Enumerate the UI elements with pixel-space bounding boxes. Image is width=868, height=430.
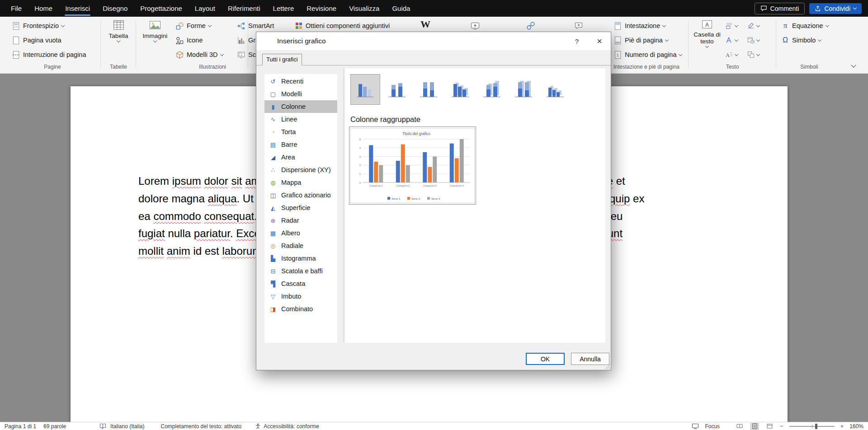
category-cascata[interactable]: ▜Cascata bbox=[264, 277, 337, 290]
symbol-button[interactable]: Ω Simbolo bbox=[781, 34, 821, 47]
tab-revisione[interactable]: Revisione bbox=[300, 0, 343, 17]
icons-button[interactable]: Icone bbox=[175, 34, 203, 47]
dialog-title-bar[interactable]: Inserisci grafico ? × bbox=[256, 32, 611, 50]
chart-subtype-stacked-column[interactable] bbox=[382, 74, 412, 105]
quick-parts-button[interactable] bbox=[725, 19, 738, 32]
category-radar[interactable]: ⊛Radar bbox=[264, 214, 337, 227]
page-number-button[interactable]: 1 Numero di pagina bbox=[613, 48, 682, 61]
accessibility-icon bbox=[255, 423, 261, 429]
category-barre[interactable]: ▤Barre bbox=[264, 138, 337, 151]
table-button[interactable]: Tabella bbox=[106, 19, 131, 42]
shapes-button[interactable]: Forme bbox=[175, 19, 211, 32]
text-box-button[interactable]: A Casella di testo bbox=[693, 19, 722, 47]
comments-button[interactable]: Commenti bbox=[755, 3, 805, 14]
category-istogramma[interactable]: ▙Istogramma bbox=[264, 252, 337, 265]
page-break-button[interactable]: Interruzione di pagina bbox=[12, 48, 86, 61]
online-video-button[interactable] bbox=[470, 19, 480, 32]
dialog-tab-strip: Tutti i grafici bbox=[256, 50, 611, 65]
category-modelli[interactable]: ▢Modelli bbox=[264, 88, 337, 100]
tab-visualizza[interactable]: Visualizza bbox=[343, 0, 386, 17]
header-button[interactable]: Intestazione bbox=[613, 19, 665, 32]
cover-page-label: Frontespizio bbox=[23, 22, 59, 29]
chart-subtype-3d-clustered-column[interactable] bbox=[445, 74, 475, 105]
category-recenti[interactable]: ↺Recenti bbox=[264, 75, 337, 88]
3d-models-button[interactable]: Modelli 3D bbox=[175, 48, 223, 61]
category-dispersione-xy-[interactable]: ∴Dispersione (XY) bbox=[264, 164, 337, 176]
text-completion-indicator[interactable]: Completamento del testo: attivato bbox=[160, 423, 241, 430]
tab-disegno[interactable]: Disegno bbox=[96, 0, 134, 17]
tab-guida[interactable]: Guida bbox=[386, 0, 416, 17]
read-mode-button[interactable] bbox=[735, 423, 744, 430]
dialog-help-button[interactable]: ? bbox=[566, 32, 588, 50]
collapse-ribbon-button[interactable] bbox=[852, 59, 855, 72]
chart-subtype-stacked-100-column[interactable] bbox=[414, 74, 443, 105]
tab-home[interactable]: Home bbox=[28, 0, 59, 17]
tab-lettere[interactable]: Lettere bbox=[267, 0, 301, 17]
category-scatola-e-baffi[interactable]: ⊟Scatola e baffi bbox=[264, 265, 337, 277]
web-layout-button[interactable] bbox=[765, 423, 774, 430]
text-box-icon: A bbox=[701, 19, 713, 30]
category-grafico-azionario[interactable]: ◫Grafico azionario bbox=[264, 189, 337, 201]
category-area[interactable]: ◢Area bbox=[264, 151, 337, 164]
blank-page-button[interactable]: Pagina vuota bbox=[12, 34, 61, 47]
zoom-level[interactable]: 160% bbox=[849, 423, 863, 430]
category-colonne[interactable]: ▮Colonne bbox=[264, 100, 337, 113]
category-combinato[interactable]: ◨Combinato bbox=[264, 303, 337, 315]
language-indicator[interactable]: Italiano (Italia) bbox=[110, 423, 144, 430]
dialog-vertical-divider bbox=[344, 68, 344, 343]
zoom-slider[interactable] bbox=[789, 426, 835, 427]
chart-preview-frame[interactable]: Titolo del grafico012345Categoria 1Categ… bbox=[349, 126, 476, 205]
chart-subtype-3d-stacked-column[interactable] bbox=[477, 74, 507, 105]
category-imbuto[interactable]: ▽Imbuto bbox=[264, 290, 337, 303]
object-button[interactable] bbox=[747, 48, 760, 61]
table-label: Tabella bbox=[109, 33, 128, 39]
resize-grip[interactable] bbox=[604, 363, 610, 369]
category-albero[interactable]: ▦Albero bbox=[264, 227, 337, 239]
chart-subtype-3d-column[interactable] bbox=[540, 74, 570, 105]
chart-subtype-clustered-column[interactable] bbox=[350, 74, 380, 105]
drop-cap-icon: A bbox=[725, 51, 733, 59]
equation-label: Equazione bbox=[792, 22, 823, 29]
tab-all-charts[interactable]: Tutti i grafici bbox=[262, 54, 302, 65]
dialog-close-button[interactable]: × bbox=[588, 32, 611, 50]
svg-text:Titolo del grafico: Titolo del grafico bbox=[402, 131, 430, 136]
spellcheck-icon[interactable] bbox=[99, 423, 106, 429]
wordart-button[interactable] bbox=[725, 34, 738, 47]
zoom-slider-thumb[interactable] bbox=[815, 424, 817, 429]
line-chart-icon: ∿ bbox=[269, 116, 277, 123]
link-button[interactable] bbox=[526, 19, 535, 32]
date-time-button[interactable] bbox=[747, 34, 760, 47]
footer-button[interactable]: Piè di pagina bbox=[613, 34, 668, 47]
share-button[interactable]: Condividi bbox=[809, 3, 862, 14]
drop-cap-button[interactable]: A bbox=[725, 48, 738, 61]
category-radiale[interactable]: ◎Radiale bbox=[264, 239, 337, 252]
wordart-icon bbox=[725, 36, 733, 44]
ok-button[interactable]: OK bbox=[526, 353, 565, 365]
chart-subtype-3d-stacked-100-column[interactable] bbox=[509, 74, 538, 105]
category-mappa[interactable]: ◍Mappa bbox=[264, 176, 337, 189]
category-superficie[interactable]: ◭Superficie bbox=[264, 201, 337, 214]
tab-layout[interactable]: Layout bbox=[189, 0, 222, 17]
signature-line-button[interactable] bbox=[747, 19, 760, 32]
tab-file[interactable]: File bbox=[5, 0, 28, 17]
tab-inserisci[interactable]: Inserisci bbox=[59, 0, 96, 17]
pictures-button[interactable]: Immagini bbox=[141, 19, 169, 42]
category-torta[interactable]: ◔Torta bbox=[264, 126, 337, 138]
print-layout-button[interactable] bbox=[750, 423, 759, 430]
category-label: Albero bbox=[281, 229, 300, 237]
new-comment-button[interactable] bbox=[574, 19, 583, 32]
wikipedia-button[interactable]: W bbox=[420, 18, 430, 31]
cover-page-button[interactable]: Frontespizio bbox=[12, 19, 64, 32]
tab-riferimenti[interactable]: Riferimenti bbox=[222, 0, 267, 17]
category-linee[interactable]: ∿Linee bbox=[264, 113, 337, 126]
smartart-button[interactable]: SmartArt bbox=[237, 19, 274, 32]
tab-progettazione[interactable]: Progettazione bbox=[134, 0, 189, 17]
page-indicator[interactable]: Pagina 1 di 1 bbox=[5, 423, 36, 430]
word-count[interactable]: 69 parole bbox=[43, 423, 66, 430]
zoom-out-button[interactable]: − bbox=[780, 423, 783, 430]
accessibility-status[interactable]: Accessibilità: conforme bbox=[264, 423, 319, 430]
focus-button[interactable]: Focus bbox=[705, 423, 720, 430]
get-addins-button[interactable]: Ottieni componenti aggiuntivi bbox=[295, 19, 390, 32]
zoom-in-button[interactable]: + bbox=[840, 423, 844, 430]
equation-button[interactable]: π Equazione bbox=[781, 19, 829, 32]
